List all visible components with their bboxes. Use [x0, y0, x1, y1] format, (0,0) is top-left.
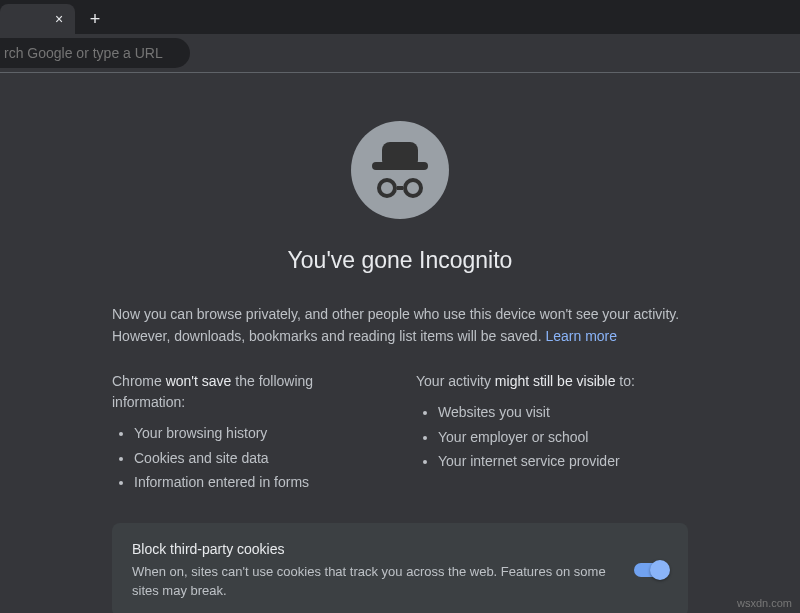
new-tab-button[interactable]: + — [81, 5, 109, 33]
text-strong: might still be visible — [495, 373, 616, 389]
info-columns: Chrome won't save the following informat… — [112, 371, 688, 495]
watermark: wsxdn.com — [737, 597, 792, 609]
wont-save-column: Chrome won't save the following informat… — [112, 371, 384, 495]
list-item: Your employer or school — [438, 425, 688, 450]
learn-more-link[interactable]: Learn more — [545, 328, 617, 344]
glasses-icon — [377, 178, 423, 198]
intro-text: Now you can browse privately, and other … — [112, 304, 688, 347]
might-visible-column: Your activity might still be visible to:… — [416, 371, 688, 495]
address-bar-input[interactable] — [0, 38, 190, 68]
block-cookies-toggle[interactable] — [634, 563, 668, 577]
list-item: Your browsing history — [134, 421, 384, 446]
close-tab-icon[interactable]: × — [51, 11, 67, 27]
intro-line1: Now you can browse privately, and other … — [112, 306, 679, 322]
hat-icon — [372, 142, 428, 170]
incognito-icon — [351, 121, 449, 219]
text: to: — [615, 373, 634, 389]
page-title: You've gone Incognito — [288, 247, 513, 274]
toolbar — [0, 34, 800, 72]
list-item: Your internet service provider — [438, 449, 688, 474]
wont-save-heading: Chrome won't save the following informat… — [112, 371, 384, 413]
list-item: Cookies and site data — [134, 446, 384, 471]
active-tab[interactable]: × — [0, 4, 75, 34]
wont-save-list: Your browsing history Cookies and site d… — [112, 421, 384, 495]
toggle-title: Block third-party cookies — [132, 539, 614, 560]
main-content: You've gone Incognito Now you can browse… — [0, 73, 800, 613]
might-visible-list: Websites you visit Your employer or scho… — [416, 400, 688, 474]
text: Your activity — [416, 373, 495, 389]
list-item: Information entered in forms — [134, 470, 384, 495]
tab-strip: × + — [0, 0, 800, 34]
toggle-description: When on, sites can't use cookies that tr… — [132, 562, 614, 601]
toggle-knob-icon — [650, 560, 670, 580]
toggle-text: Block third-party cookies When on, sites… — [132, 539, 614, 601]
might-visible-heading: Your activity might still be visible to: — [416, 371, 688, 392]
text-strong: won't save — [166, 373, 232, 389]
intro-line2: However, downloads, bookmarks and readin… — [112, 328, 542, 344]
cookies-toggle-card: Block third-party cookies When on, sites… — [112, 523, 688, 613]
list-item: Websites you visit — [438, 400, 688, 425]
text: Chrome — [112, 373, 166, 389]
